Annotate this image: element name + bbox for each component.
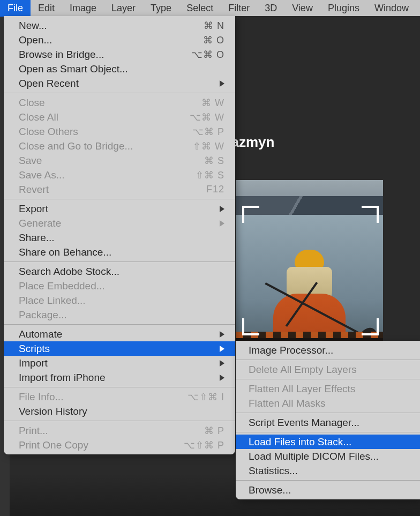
file-menu-item: Save⌘ S (4, 153, 235, 168)
menu-item-label: Version History (19, 406, 87, 417)
menu-item-shortcut: ⇧⌘ S (196, 169, 224, 181)
menu-item-label: Flatten All Layer Effects (249, 383, 355, 395)
menu-item-shortcut: ⌥⇧⌘ P (184, 439, 224, 451)
menu-item-label: Load Multiple DICOM Files... (249, 451, 379, 462)
submenu-arrow-icon (220, 220, 224, 227)
crop-corner-icon (242, 318, 259, 335)
menubar-item-edit[interactable]: Edit (31, 0, 62, 17)
menu-item-label: Import (19, 357, 48, 369)
menu-item-label: Open Recent (19, 78, 79, 89)
menu-item-label: Place Embedded... (19, 280, 105, 292)
file-menu-item: Generate (4, 216, 235, 230)
file-menu-item[interactable]: Open as Smart Object... (4, 62, 235, 76)
file-menu-item[interactable]: Open...⌘ O (4, 33, 235, 47)
menu-item-label: Close Others (19, 126, 78, 138)
menu-item-label: Close All (19, 111, 58, 123)
menu-item-label: Load Files into Stack... (249, 436, 351, 448)
menu-item-label: New... (19, 20, 47, 32)
file-menu-item: Place Linked... (4, 293, 235, 308)
menu-item-label: Share on Behance... (19, 246, 111, 258)
menu-item-label: Image Processor... (249, 345, 333, 356)
scripts-menu-item[interactable]: Load Multiple DICOM Files... (236, 449, 420, 463)
menu-item-label: Print... (19, 425, 48, 437)
menu-item-shortcut: ⌘ W (201, 97, 224, 109)
file-menu-item: Package... (4, 308, 235, 322)
menu-separator (236, 379, 420, 379)
scripts-menu-item[interactable]: Script Events Manager... (236, 415, 420, 430)
menu-separator (4, 199, 235, 199)
menu-separator (4, 261, 235, 262)
menu-item-shortcut: ⌥⇧⌘ I (188, 391, 224, 403)
scripts-menu-item[interactable]: Image Processor... (236, 343, 420, 357)
menu-item-label: Revert (19, 184, 49, 196)
menubar-item-3d[interactable]: 3D (257, 0, 284, 17)
menu-item-shortcut: ⌘ P (204, 425, 224, 437)
menubar-item-type[interactable]: Type (143, 0, 179, 17)
file-menu-item: File Info...⌥⇧⌘ I (4, 390, 235, 404)
submenu-arrow-icon (220, 360, 224, 367)
file-menu-item[interactable]: Export (4, 201, 235, 216)
menubar-item-view[interactable]: View (284, 0, 320, 17)
scripts-submenu: Image Processor...Delete All Empty Layer… (236, 341, 420, 499)
menu-separator (4, 387, 235, 387)
menu-item-shortcut: ⌥⌘ P (192, 126, 224, 138)
menu-item-label: Browse in Bridge... (19, 49, 104, 61)
menu-item-label: Print One Copy (19, 439, 88, 451)
file-menu-item: Save As...⇧⌘ S (4, 168, 235, 182)
file-menu-item: RevertF12 (4, 182, 235, 197)
menubar-item-select[interactable]: Select (179, 0, 221, 17)
file-menu-item: Close and Go to Bridge...⇧⌘ W (4, 139, 235, 153)
crop-corner-icon (362, 206, 379, 223)
file-menu-item[interactable]: Automate (4, 327, 235, 341)
file-menu-item: Print One Copy⌥⇧⌘ P (4, 438, 235, 452)
document-thumbnail[interactable] (236, 180, 383, 357)
menu-item-label: Save As... (19, 169, 65, 181)
menu-item-shortcut: ⌥⌘ W (190, 111, 224, 123)
file-menu-item[interactable]: Search Adobe Stock... (4, 264, 235, 279)
scripts-menu-item[interactable]: Statistics... (236, 463, 420, 478)
menu-item-label: Share... (19, 232, 55, 244)
scripts-menu-item: Flatten All Layer Effects (236, 382, 420, 396)
menubar-item-window[interactable]: Window (367, 0, 416, 17)
file-menu-item[interactable]: New...⌘ N (4, 18, 235, 33)
menu-item-label: File Info... (19, 391, 63, 403)
file-menu-item[interactable]: Share on Behance... (4, 245, 235, 259)
menu-item-label: Import from iPhone (19, 372, 106, 384)
file-menu-item[interactable]: Import from iPhone (4, 370, 235, 385)
menu-separator (236, 480, 420, 481)
menu-item-label: Close and Go to Bridge... (19, 140, 133, 152)
menubar: FileEditImageLayerTypeSelectFilter3DView… (0, 0, 420, 16)
menu-item-label: Open as Smart Object... (19, 63, 128, 75)
crop-corner-icon (362, 318, 379, 335)
menubar-item-layer[interactable]: Layer (104, 0, 143, 17)
menu-item-label: Automate (19, 328, 62, 340)
file-menu: New...⌘ NOpen...⌘ OBrowse in Bridge...⌥⌘… (4, 16, 235, 454)
file-menu-item[interactable]: Import (4, 356, 235, 370)
menu-item-shortcut: ⌘ S (204, 155, 224, 167)
menubar-item-file[interactable]: File (0, 0, 31, 17)
menu-item-label: Statistics... (249, 465, 298, 477)
menu-item-label: Place Linked... (19, 295, 86, 306)
menubar-item-filter[interactable]: Filter (221, 0, 257, 17)
menubar-item-image[interactable]: Image (62, 0, 104, 17)
file-menu-item[interactable]: Scripts (4, 341, 235, 356)
file-menu-item: Close All⌥⌘ W (4, 110, 235, 124)
file-menu-item[interactable]: Open Recent (4, 76, 235, 91)
menu-separator (236, 413, 420, 413)
menu-item-label: Flatten All Masks (249, 398, 326, 409)
menu-item-shortcut: ⌘ O (203, 34, 224, 46)
file-menu-item[interactable]: Version History (4, 404, 235, 418)
menu-item-label: Save (19, 155, 42, 167)
file-menu-item[interactable]: Share... (4, 230, 235, 245)
menu-item-label: Delete All Empty Layers (249, 364, 357, 376)
scripts-menu-item[interactable]: Browse... (236, 483, 420, 497)
crop-corner-icon (242, 206, 259, 223)
file-menu-item[interactable]: Browse in Bridge...⌥⌘ O (4, 47, 235, 62)
menu-item-shortcut: ⌥⌘ O (191, 49, 224, 61)
menu-item-shortcut: F12 (206, 184, 224, 195)
scripts-menu-item: Flatten All Masks (236, 396, 420, 410)
scripts-menu-item[interactable]: Load Files into Stack... (236, 435, 420, 449)
menu-separator (4, 421, 235, 421)
submenu-arrow-icon (220, 206, 224, 212)
menubar-item-plugins[interactable]: Plugins (320, 0, 367, 17)
